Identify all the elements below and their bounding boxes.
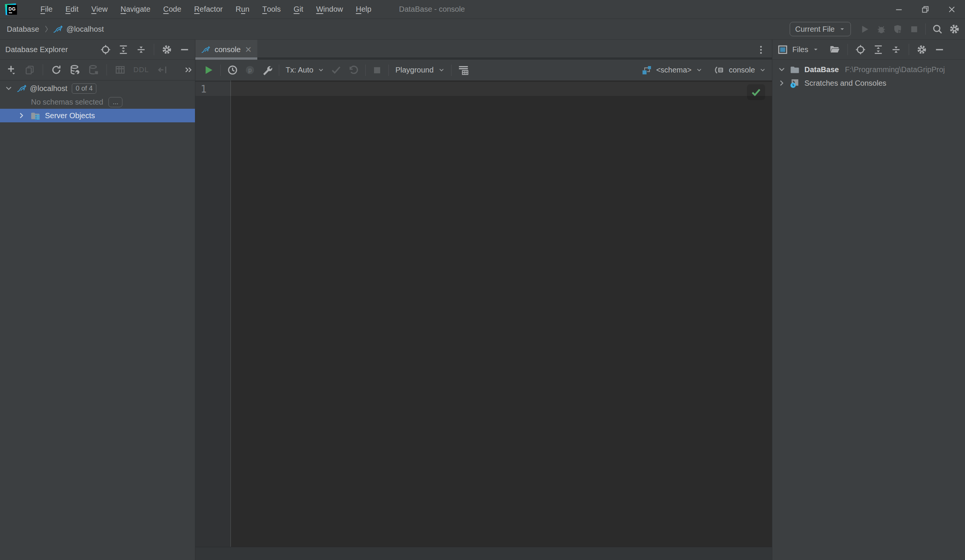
console-icon	[714, 65, 724, 75]
duplicate-button[interactable]	[25, 65, 35, 75]
chevron-down-icon	[438, 67, 445, 73]
in-editor-results-button[interactable]	[458, 65, 469, 75]
panel-options-button[interactable]	[917, 44, 927, 55]
chevron-down-icon[interactable]	[778, 65, 786, 73]
select-opened-file-button[interactable]	[829, 44, 840, 55]
console-toolbar: p Tx: Auto	[195, 60, 772, 80]
chevron-down-icon	[839, 26, 845, 32]
hide-panel-button[interactable]	[180, 44, 190, 55]
more-actions-button[interactable]	[183, 65, 193, 75]
chevron-down-icon[interactable]	[5, 84, 13, 93]
folder-icon	[790, 65, 800, 75]
add-data-source-button[interactable]	[6, 65, 16, 75]
datagrip-logo-icon: DG	[5, 3, 19, 16]
navigation-bar: Database @localhost Current File	[0, 19, 965, 40]
toolbar-separator	[388, 65, 389, 76]
execute-button[interactable]	[203, 65, 214, 75]
editor-tab-bar: console ✕	[195, 40, 772, 60]
refresh-button[interactable]	[51, 65, 62, 75]
toolbar-separator	[365, 65, 366, 76]
tx-mode-select[interactable]: Tx: Auto	[286, 66, 324, 74]
menu-refactor[interactable]: Refactor	[188, 0, 229, 19]
tree-row-connection[interactable]: @localhost 0 of 4	[0, 82, 195, 95]
menu-code[interactable]: Code	[157, 0, 188, 19]
console-select[interactable]: console	[714, 65, 766, 75]
ddl-button[interactable]: DDL	[133, 66, 149, 74]
debug-button[interactable]	[876, 24, 886, 34]
menu-tools[interactable]: Tools	[256, 0, 287, 19]
schema-select[interactable]: <schema>	[641, 65, 702, 75]
hide-panel-button[interactable]	[934, 44, 945, 55]
inspections-widget[interactable]	[747, 84, 765, 100]
tree-row-scratches[interactable]: Scratches and Consoles	[772, 76, 965, 90]
menu-navigate[interactable]: Navigate	[114, 0, 157, 19]
query-history-button[interactable]	[227, 65, 238, 75]
expand-all-button[interactable]	[118, 44, 128, 55]
toolbar-separator	[220, 65, 221, 76]
files-panel: Files	[772, 40, 965, 560]
panel-title: Database Explorer	[5, 45, 68, 54]
search-everywhere-button[interactable]	[932, 24, 943, 34]
tree-row-server-objects[interactable]: Server Objects	[0, 109, 195, 122]
restore-button[interactable]	[912, 0, 939, 19]
files-view-label: Files	[792, 45, 808, 54]
run-config-select[interactable]: Current File	[790, 22, 851, 36]
files-view-select[interactable]: Files	[778, 44, 819, 55]
chevron-down-icon	[813, 46, 819, 52]
close-button[interactable]	[939, 0, 965, 19]
toolbar-separator	[43, 64, 43, 75]
run-button[interactable]	[860, 24, 870, 34]
code-editor[interactable]: 1	[195, 80, 772, 547]
stop-query-button[interactable]	[372, 65, 382, 75]
window-title: DataBase - console	[399, 5, 465, 14]
menu-help[interactable]: Help	[350, 0, 378, 19]
expand-all-button[interactable]	[873, 44, 883, 55]
detach-data-source-button[interactable]	[88, 65, 99, 75]
commit-button[interactable]	[330, 65, 342, 75]
run-widget: Current File	[790, 22, 965, 36]
server-objects-folder-icon	[30, 111, 41, 121]
table-view-button[interactable]	[115, 65, 126, 75]
scratches-icon	[790, 78, 800, 88]
profiler-button[interactable]: p	[244, 65, 255, 75]
run-with-coverage-button[interactable]	[893, 24, 903, 34]
menu-file[interactable]: File	[34, 0, 59, 19]
breadcrumb-item-connection[interactable]: @localhost	[67, 25, 104, 34]
data-source-properties-button[interactable]	[70, 65, 80, 75]
collapse-all-button[interactable]	[891, 44, 901, 55]
database-tree: @localhost 0 of 4 No schemas selected ..…	[0, 80, 195, 122]
locate-object-button[interactable]	[100, 44, 111, 55]
run-config-label: Current File	[795, 25, 835, 34]
schema-count-badge: 0 of 4	[72, 83, 96, 94]
mysql-dolphin-icon	[201, 45, 211, 54]
menu-edit[interactable]: Edit	[59, 0, 85, 19]
files-panel-header: Files	[772, 40, 965, 60]
playground-select[interactable]: Playground	[395, 66, 444, 74]
project-name: DataBase	[805, 65, 839, 74]
main-area: Database Explorer	[0, 40, 965, 560]
menu-run[interactable]: Run	[229, 0, 256, 19]
tree-row-project[interactable]: DataBase F:\Programming\DataGripProj	[772, 63, 965, 76]
rollback-button[interactable]	[348, 65, 359, 75]
tab-console[interactable]: console ✕	[195, 40, 257, 60]
breadcrumb-item-project[interactable]: Database	[7, 25, 39, 34]
menu-window[interactable]: Window	[310, 0, 350, 19]
menu-view[interactable]: View	[85, 0, 114, 19]
window-controls	[886, 0, 965, 19]
tab-options-kebab-icon[interactable]	[756, 45, 766, 55]
console-settings-wrench-button[interactable]	[262, 65, 272, 75]
tab-close-icon[interactable]: ✕	[245, 46, 252, 54]
stop-button[interactable]	[909, 24, 919, 34]
code-surface[interactable]	[231, 80, 772, 547]
collapse-all-button[interactable]	[136, 44, 146, 55]
chevron-right-icon[interactable]	[778, 79, 786, 87]
chevron-right-icon[interactable]	[17, 111, 26, 120]
jump-to-console-button[interactable]	[157, 65, 167, 75]
panel-options-button[interactable]	[162, 44, 172, 55]
settings-button[interactable]	[949, 24, 960, 34]
locate-file-button[interactable]	[855, 44, 866, 55]
scratches-label: Scratches and Consoles	[805, 79, 886, 88]
minimize-button[interactable]	[886, 0, 912, 19]
select-schemas-button[interactable]: ...	[108, 97, 123, 107]
menu-git[interactable]: Git	[287, 0, 310, 19]
